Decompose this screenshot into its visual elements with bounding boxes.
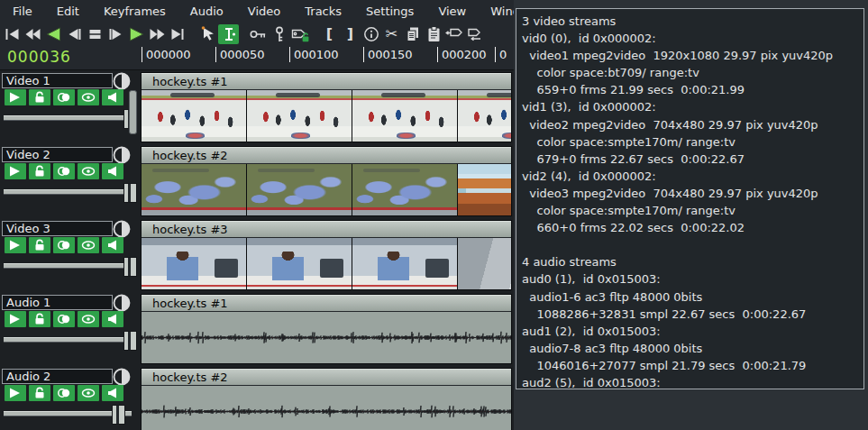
gang-track-button[interactable]: [53, 237, 75, 253]
keyframe-key-button[interactable]: [248, 24, 269, 44]
audio-clip[interactable]: hockey.ts #1: [141, 294, 512, 364]
play-track-button[interactable]: [5, 237, 26, 253]
fast-forward-button[interactable]: [147, 24, 168, 44]
copy-button[interactable]: [402, 24, 423, 44]
clip-title[interactable]: hockey.ts #1: [142, 295, 511, 312]
menu-keyframes[interactable]: Keyframes: [104, 5, 166, 18]
lock-track-button[interactable]: [29, 385, 50, 401]
clip-info-button[interactable]: [361, 24, 381, 44]
fast-reverse-button[interactable]: [23, 24, 43, 44]
lock-track-button[interactable]: [29, 311, 50, 327]
track-title-field[interactable]: Video 1: [2, 73, 113, 88]
track-row: Video 2 hockey.ts #2: [0, 146, 514, 220]
ruler-tick: [289, 47, 290, 62]
stream-info-textbox[interactable]: 3 video streams vid0 (0), id 0x000002: v…: [516, 8, 864, 389]
track-row: Video 3 hockey.ts #3: [0, 220, 514, 294]
play-button[interactable]: [126, 24, 147, 44]
menu-file[interactable]: File: [13, 5, 32, 18]
play-track-button[interactable]: [5, 163, 26, 179]
fade-slider[interactable]: [4, 263, 132, 269]
audio-clip[interactable]: hockey.ts #2: [141, 368, 512, 430]
video-thumbnail: [247, 238, 352, 289]
lock-track-button[interactable]: [29, 163, 50, 179]
gang-track-button[interactable]: [53, 385, 75, 401]
video-thumbnails: [142, 238, 511, 289]
ruler-label: 000000: [146, 48, 191, 61]
patchbay-audio1: Audio 1: [0, 294, 135, 364]
track-title-field[interactable]: Audio 1: [2, 295, 113, 310]
stream-info-text: 3 video streams vid0 (0), id 0x000002: v…: [516, 9, 863, 389]
out-point-button[interactable]: ]: [340, 24, 361, 44]
menu-view[interactable]: View: [438, 5, 466, 18]
gang-track-button[interactable]: [53, 311, 75, 327]
label-next-button[interactable]: [464, 24, 485, 44]
fade-slider-handle[interactable]: [123, 183, 137, 203]
stop-button[interactable]: [85, 24, 105, 44]
track-title-field[interactable]: Video 2: [2, 147, 113, 162]
lock-track-button[interactable]: [29, 237, 50, 253]
timecode-display[interactable]: 000036: [7, 48, 71, 66]
video-clip[interactable]: hockey.ts #2: [141, 146, 512, 216]
paste-button[interactable]: [423, 24, 443, 44]
menu-audio[interactable]: Audio: [190, 5, 224, 18]
fade-slider-handle[interactable]: [123, 331, 137, 351]
lock-labels-button[interactable]: [289, 24, 310, 44]
fade-slider-handle[interactable]: [112, 405, 125, 425]
patchbay-video1: Video 1: [0, 72, 135, 142]
track-title-field[interactable]: Audio 2: [2, 369, 113, 384]
video-thumbnail: [247, 90, 352, 142]
menu-video[interactable]: Video: [248, 5, 280, 18]
label-prev-button[interactable]: [443, 24, 464, 44]
mute-track-button[interactable]: [102, 163, 123, 179]
gang-track-button[interactable]: [53, 163, 75, 179]
mute-track-button[interactable]: [102, 237, 123, 253]
draw-media-button[interactable]: [78, 385, 99, 401]
reverse-play-button[interactable]: [43, 24, 64, 44]
menu-tracks[interactable]: Tracks: [305, 5, 342, 18]
patchbay-audio2: Audio 2: [0, 368, 135, 430]
gang-track-button[interactable]: [53, 89, 75, 105]
menu-edit[interactable]: Edit: [57, 5, 79, 18]
timebar[interactable]: 000036 000000 000050 000100 000150 00020…: [0, 45, 514, 70]
draw-media-button[interactable]: [78, 311, 99, 327]
cut-paste-mode-button[interactable]: [218, 24, 239, 44]
fade-slider[interactable]: [4, 411, 132, 416]
patchbay-divider-handle[interactable]: [129, 90, 137, 134]
draw-media-button[interactable]: [78, 163, 99, 179]
jump-to-end-button[interactable]: [168, 24, 188, 44]
clip-title[interactable]: hockey.ts #3: [142, 221, 511, 238]
menu-settings[interactable]: Settings: [366, 5, 414, 18]
draw-media-button[interactable]: [78, 237, 99, 253]
play-track-button[interactable]: [5, 89, 26, 105]
video-clip[interactable]: hockey.ts #3: [141, 220, 512, 290]
ruler-tick: [363, 47, 364, 62]
mute-track-button[interactable]: [102, 89, 123, 105]
rewind-to-start-button[interactable]: [2, 24, 23, 44]
lock-track-button[interactable]: [29, 89, 50, 105]
clip-title[interactable]: hockey.ts #2: [142, 147, 511, 164]
fade-slider-handle[interactable]: [123, 257, 137, 277]
mute-track-button[interactable]: [102, 385, 123, 401]
main-editor-panel: File Edit Keyframes Audio Video Tracks S…: [0, 0, 514, 430]
fade-slider[interactable]: [4, 115, 132, 121]
frame-forward-button[interactable]: [105, 24, 126, 44]
play-track-button[interactable]: [5, 311, 26, 327]
video-clip[interactable]: hockey.ts #1: [141, 72, 512, 142]
clip-title[interactable]: hockey.ts #1: [142, 73, 511, 90]
mute-track-button[interactable]: [102, 311, 123, 327]
track-title-field[interactable]: Video 3: [2, 221, 113, 236]
in-point-button[interactable]: [: [319, 24, 340, 44]
play-track-button[interactable]: [5, 385, 26, 401]
fade-slider[interactable]: [4, 337, 132, 343]
ruler-tick: [437, 47, 438, 62]
video-thumbnail: [247, 164, 352, 215]
track-row: Audio 1 hockey.ts #1: [0, 294, 514, 368]
menu-bar: File Edit Keyframes Audio Video Tracks S…: [0, 0, 514, 23]
clip-title[interactable]: hockey.ts #2: [142, 369, 511, 386]
frame-reverse-button[interactable]: [64, 24, 85, 44]
drag-drop-mode-button[interactable]: [197, 24, 218, 44]
span-keyframes-button[interactable]: [269, 24, 289, 44]
fade-slider[interactable]: [4, 189, 132, 195]
draw-media-button[interactable]: [78, 89, 99, 105]
split-button[interactable]: ✂: [381, 24, 402, 44]
